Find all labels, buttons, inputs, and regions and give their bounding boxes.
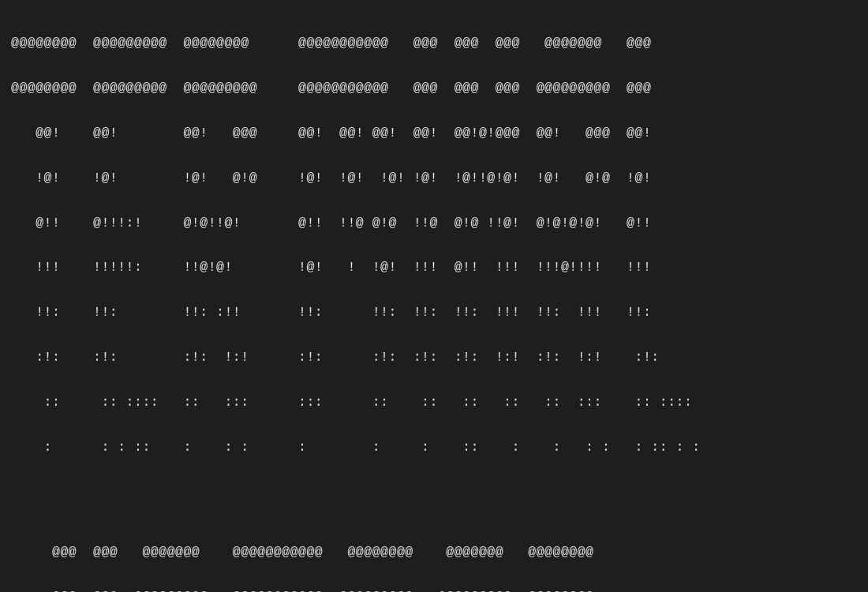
ascii-row-4: @!! @!!!:! @!@!!@! @!! !!@ @!@ !!@ @!@ !… [11, 216, 868, 231]
ascii-row-2: @@! @@! @@! @@@ @@! @@! @@! @@! @@!@!@@@… [11, 126, 868, 141]
ascii-row-10: @@@ @@@ @@@@@@@ @@@@@@@@@@@ @@@@@@@@ @@@… [11, 545, 868, 560]
ascii-row-1: @@@@@@@@ @@@@@@@@@ @@@@@@@@@ @@@@@@@@@@@… [11, 81, 868, 96]
ascii-row-5: !!! !!!!!: !!@!@! !@! ! !@! !!! @!! !!! … [11, 260, 868, 275]
ascii-row-9: : : : :: : : : : : : :: : : : : : :: : : [11, 440, 868, 455]
ascii-row-8: :: :: :::: :: ::: ::: :: :: :: :: :: :::… [11, 395, 868, 410]
ascii-row-0: @@@@@@@@ @@@@@@@@@ @@@@@@@@ @@@@@@@@@@@ … [11, 36, 868, 51]
ascii-row-3: !@! !@! !@! @!@ !@! !@! !@! !@! !@!!@!@!… [11, 171, 868, 186]
ascii-banner: @@@@@@@@ @@@@@@@@@ @@@@@@@@ @@@@@@@@@@@ … [11, 6, 868, 592]
ascii-row-7: :!: :!: :!: !:! :!: :!: :!: :!: !:! :!: … [11, 350, 868, 365]
ascii-row-6: !!: !!: !!: :!! !!: !!: !!: !!: !!! !!: … [11, 305, 868, 320]
